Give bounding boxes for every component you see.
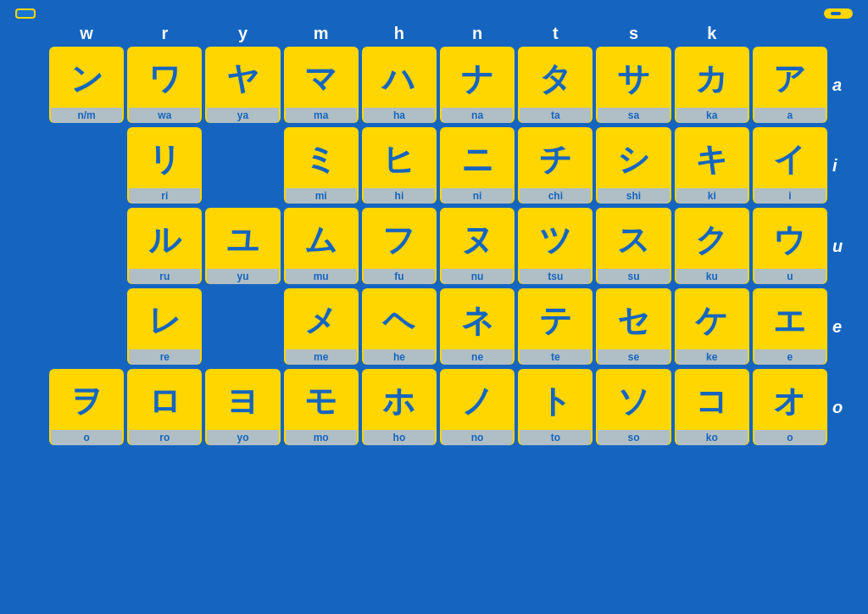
romaji-3-9: e <box>754 349 826 365</box>
chart-row-0: ンn/mワwaヤyaマmaハhaナnaタtaサsaカkaアaa <box>15 47 853 123</box>
row-0-cells: ンn/mワwaヤyaマmaハhaナnaタtaサsaカkaアa <box>49 47 827 123</box>
katakana-1-4: ヒ <box>382 131 415 188</box>
row-3-cells: レreメmeヘheネneテteセseケkeエe <box>49 288 827 365</box>
row-4-cells: ヲoロroヨyoモmoホhoノnoトtoソsoコkoオo <box>49 369 827 445</box>
romaji-4-5: no <box>442 430 513 445</box>
romaji-2-2: yu <box>207 269 278 284</box>
katakana-2-3: ム <box>304 211 337 269</box>
cell-1-1: リri <box>127 127 202 204</box>
katakana-4-5: ノ <box>461 372 494 430</box>
romaji-2-3: mu <box>286 269 357 284</box>
logo-area <box>824 8 853 19</box>
romaji-4-6: to <box>520 430 591 445</box>
katakana-4-6: ト <box>539 372 572 430</box>
katakana-4-0: ヲ <box>70 372 103 430</box>
katakana-0-9: ア <box>773 50 806 108</box>
col-header-0: w <box>49 24 124 43</box>
cell-1-2-empty <box>205 127 280 204</box>
katakana-4-2: ヨ <box>226 372 259 430</box>
romaji-0-2: ya <box>207 108 278 123</box>
cell-2-4: フfu <box>362 208 437 284</box>
cell-0-6: タta <box>518 47 593 123</box>
katakana-0-4: ハ <box>382 50 415 108</box>
katakana-0-7: サ <box>617 50 650 108</box>
cell-2-3: ムmu <box>284 208 359 284</box>
katakana-2-4: フ <box>382 211 415 269</box>
katakana-0-1: ワ <box>148 50 181 108</box>
katakana-1-8: キ <box>695 131 728 188</box>
romaji-4-3: mo <box>286 430 357 445</box>
cell-4-9: オo <box>753 369 827 445</box>
chart-row-3: レreメmeヘheネneテteセseケkeエee <box>15 288 853 365</box>
romaji-0-9: a <box>754 108 826 123</box>
katakana-0-2: ヤ <box>226 50 259 108</box>
vowel-label-2: u <box>827 237 853 256</box>
cell-4-0: ヲo <box>49 369 124 445</box>
cell-2-7: スsu <box>596 208 670 284</box>
romaji-2-5: nu <box>442 269 513 284</box>
cell-3-2-empty <box>205 288 280 365</box>
cell-0-1: ワwa <box>127 47 202 123</box>
cell-0-9: アa <box>753 47 827 123</box>
romaji-0-5: na <box>442 108 513 123</box>
katakana-2-5: ヌ <box>461 211 494 269</box>
katakana-0-5: ナ <box>461 50 494 108</box>
romaji-0-7: sa <box>598 108 669 123</box>
cell-3-7: セse <box>596 288 670 365</box>
katakana-1-1: リ <box>148 131 181 188</box>
katakana-3-9: エ <box>773 292 806 349</box>
cell-2-8: クku <box>675 208 749 284</box>
romaji-4-1: ro <box>129 430 200 445</box>
cell-3-1: レre <box>127 288 202 365</box>
romaji-4-2: yo <box>207 430 278 445</box>
romaji-1-9: i <box>754 188 826 204</box>
cell-4-1: ロro <box>127 369 202 445</box>
romaji-3-4: he <box>364 349 435 365</box>
row-2-cells: ルruユyuムmuフfuヌnuツtsuスsuクkuウu <box>49 208 827 284</box>
romaji-0-3: ma <box>286 108 357 123</box>
romaji-2-4: fu <box>364 269 435 284</box>
katakana-1-9: イ <box>773 131 806 188</box>
romaji-4-8: ko <box>676 430 748 445</box>
romaji-2-9: u <box>754 269 826 284</box>
col-headers-row: wrymhntsk <box>15 24 853 43</box>
romaji-1-7: shi <box>598 188 669 204</box>
cell-1-5: ニni <box>440 127 515 204</box>
col-header-8: k <box>675 24 749 43</box>
romaji-1-8: ki <box>676 188 748 204</box>
katakana-2-9: ウ <box>773 211 806 269</box>
header <box>15 8 853 19</box>
katakana-2-7: ス <box>617 211 650 269</box>
cell-4-2: ヨyo <box>205 369 280 445</box>
chart-body: ンn/mワwaヤyaマmaハhaナnaタtaサsaカkaアaaリriミmiヒhi… <box>15 47 853 445</box>
katakana-3-8: ケ <box>695 292 728 349</box>
romaji-2-7: su <box>598 269 669 284</box>
romaji-4-4: ho <box>364 430 435 445</box>
col-header-3: m <box>284 24 359 43</box>
cell-0-5: ナna <box>440 47 515 123</box>
col-header-7: s <box>596 24 670 43</box>
katakana-1-5: ニ <box>461 131 494 188</box>
katakana-4-1: ロ <box>148 372 181 430</box>
cell-0-0: ンn/m <box>49 47 124 123</box>
katakana-2-8: ク <box>695 211 728 269</box>
katakana-4-8: コ <box>695 372 728 430</box>
katakana-4-3: モ <box>304 372 337 430</box>
cell-4-6: トto <box>518 369 593 445</box>
row-1-cells: リriミmiヒhiニniチchiシshiキkiイi <box>49 127 827 204</box>
cell-1-4: ヒhi <box>362 127 437 204</box>
katakana-3-5: ネ <box>461 292 494 349</box>
vowel-label-0: a <box>827 75 853 95</box>
cell-3-5: ネne <box>440 288 515 365</box>
cell-4-3: モmo <box>284 369 359 445</box>
katakana-3-3: メ <box>304 292 337 349</box>
website-badge <box>15 8 36 19</box>
cell-3-9: エe <box>753 288 827 365</box>
katakana-3-4: ヘ <box>382 292 415 349</box>
cell-0-7: サsa <box>596 47 670 123</box>
katakana-2-2: ユ <box>226 211 259 269</box>
cell-3-4: ヘhe <box>362 288 437 365</box>
col-header-2: y <box>205 24 280 43</box>
katakana-1-6: チ <box>539 131 572 188</box>
romaji-1-5: ni <box>442 188 513 204</box>
